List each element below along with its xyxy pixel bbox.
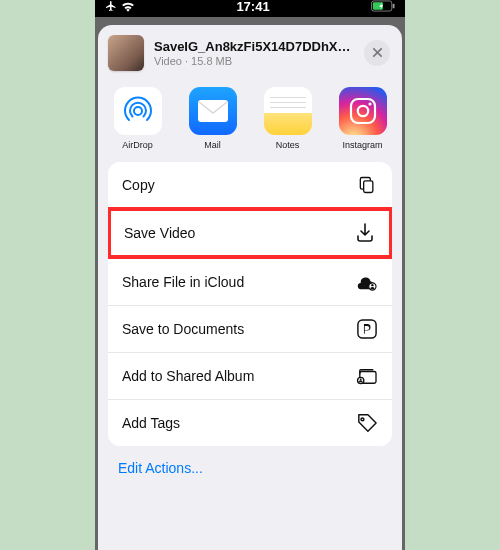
action-share-icloud[interactable]: Share File in iCloud bbox=[108, 258, 392, 305]
airdrop-icon bbox=[114, 87, 162, 135]
action-add-tags[interactable]: Add Tags bbox=[108, 399, 392, 446]
close-button[interactable] bbox=[364, 40, 390, 66]
action-label: Add to Shared Album bbox=[122, 368, 254, 384]
copy-icon bbox=[356, 174, 378, 196]
actions-list: Copy Save Video Share File in iCloud bbox=[108, 162, 392, 446]
svg-rect-11 bbox=[358, 320, 376, 338]
svg-point-3 bbox=[134, 107, 142, 115]
action-save-video[interactable]: Save Video bbox=[108, 207, 392, 259]
action-label: Save to Documents bbox=[122, 321, 244, 337]
mail-icon bbox=[189, 87, 237, 135]
notes-icon bbox=[264, 87, 312, 135]
svg-point-15 bbox=[361, 418, 364, 421]
close-icon bbox=[372, 44, 383, 62]
share-target-mail[interactable]: Mail bbox=[185, 87, 240, 150]
edit-actions-label: Edit Actions... bbox=[118, 460, 203, 476]
sheet-header: SaveIG_An8kzFi5X14D7DDhXM... Video · 15.… bbox=[98, 25, 402, 81]
share-target-airdrop[interactable]: AirDrop bbox=[110, 87, 165, 150]
share-label: Mail bbox=[204, 140, 221, 150]
share-targets-row[interactable]: AirDrop Mail Notes Instagram bbox=[98, 81, 402, 162]
phone-frame: 17:41 SaveIG_An8kzFi5X14D7DDhXM... Video… bbox=[95, 0, 405, 550]
svg-rect-8 bbox=[364, 181, 373, 193]
action-shared-album[interactable]: Add to Shared Album bbox=[108, 352, 392, 399]
documents-app-icon bbox=[356, 318, 378, 340]
file-thumbnail bbox=[108, 35, 144, 71]
icloud-share-icon bbox=[356, 271, 378, 293]
svg-point-7 bbox=[368, 102, 371, 105]
battery-icon bbox=[371, 0, 395, 12]
share-sheet: SaveIG_An8kzFi5X14D7DDhXM... Video · 15.… bbox=[98, 25, 402, 550]
action-save-documents[interactable]: Save to Documents bbox=[108, 305, 392, 352]
instagram-icon bbox=[339, 87, 387, 135]
svg-point-14 bbox=[360, 379, 362, 381]
share-label: Notes bbox=[276, 140, 300, 150]
action-label: Save Video bbox=[124, 225, 195, 241]
status-time: 17:41 bbox=[236, 0, 269, 14]
download-icon bbox=[354, 222, 376, 244]
svg-point-10 bbox=[371, 284, 373, 286]
edit-actions-link[interactable]: Edit Actions... bbox=[98, 446, 402, 496]
action-copy[interactable]: Copy bbox=[108, 162, 392, 208]
status-bar: 17:41 bbox=[95, 0, 405, 17]
action-label: Copy bbox=[122, 177, 155, 193]
share-label: AirDrop bbox=[122, 140, 153, 150]
file-title: SaveIG_An8kzFi5X14D7DDhXM... bbox=[154, 39, 354, 54]
file-info: SaveIG_An8kzFi5X14D7DDhXM... Video · 15.… bbox=[154, 39, 354, 67]
share-label: Instagram bbox=[342, 140, 382, 150]
tag-icon bbox=[356, 412, 378, 434]
svg-rect-2 bbox=[393, 4, 395, 9]
share-target-notes[interactable]: Notes bbox=[260, 87, 315, 150]
wifi-icon bbox=[121, 1, 135, 12]
share-target-instagram[interactable]: Instagram bbox=[335, 87, 390, 150]
svg-point-6 bbox=[357, 106, 367, 116]
action-label: Add Tags bbox=[122, 415, 180, 431]
shared-album-icon bbox=[356, 365, 378, 387]
file-subtitle: Video · 15.8 MB bbox=[154, 55, 354, 67]
airplane-mode-icon bbox=[105, 0, 117, 12]
action-label: Share File in iCloud bbox=[122, 274, 244, 290]
svg-rect-5 bbox=[351, 99, 375, 123]
svg-rect-4 bbox=[198, 100, 228, 122]
